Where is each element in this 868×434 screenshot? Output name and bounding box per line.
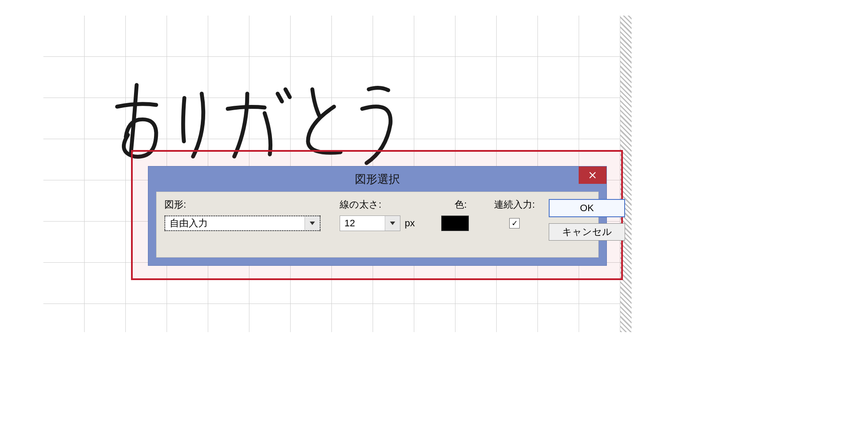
px-suffix: px xyxy=(405,218,415,229)
continuous-input-label: 連続入力: xyxy=(491,198,538,211)
shape-dropdown-button[interactable] xyxy=(305,216,320,230)
chevron-down-icon xyxy=(390,222,395,225)
color-swatch[interactable] xyxy=(441,215,469,231)
shape-dropdown-value: 自由入力 xyxy=(165,216,305,230)
line-width-label: 線の太さ: xyxy=(340,198,431,211)
svg-marker-1 xyxy=(390,222,395,225)
color-label: 色: xyxy=(441,198,480,211)
dialog-titlebar[interactable]: 図形選択 xyxy=(148,166,606,192)
line-width-value: 12 xyxy=(340,216,385,231)
shape-label: 図形: xyxy=(164,198,329,211)
chevron-down-icon xyxy=(310,222,315,225)
shape-dropdown[interactable]: 自由入力 xyxy=(164,215,321,231)
shape-select-dialog: 図形選択 図形: 自由入力 線の太さ: xyxy=(148,166,606,265)
ok-button[interactable]: OK xyxy=(549,199,625,217)
svg-marker-0 xyxy=(310,222,315,225)
close-icon xyxy=(589,172,596,179)
dialog-body: 図形: 自由入力 線の太さ: 12 xyxy=(156,192,599,258)
line-width-dropdown-button[interactable] xyxy=(385,216,400,231)
continuous-input-checkbox[interactable] xyxy=(509,218,520,228)
line-width-dropdown[interactable]: 12 xyxy=(340,215,400,231)
cancel-button[interactable]: キャンセル xyxy=(549,223,625,241)
dialog-title: 図形選択 xyxy=(148,172,606,187)
close-button[interactable] xyxy=(579,166,606,184)
